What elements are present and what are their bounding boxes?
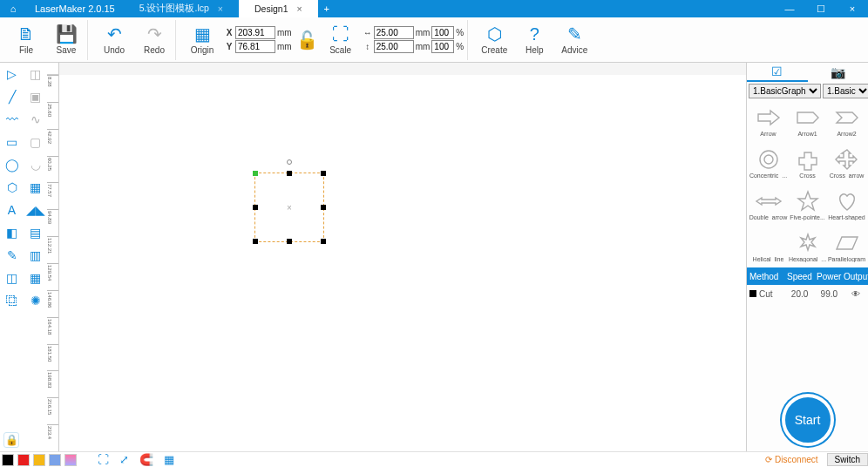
align-tool[interactable]: ▤ xyxy=(24,221,47,244)
close-icon[interactable]: × xyxy=(218,3,223,14)
width-input[interactable] xyxy=(374,26,414,39)
unlock-icon: 🔓 xyxy=(296,31,318,49)
advice-icon: ✎ xyxy=(567,25,582,43)
line-tool[interactable]: ╱ xyxy=(0,85,24,108)
shapes-tab[interactable]: ☑ xyxy=(747,63,808,82)
select-tool[interactable]: ▷ xyxy=(0,63,24,85)
file-button[interactable]: 🗎File xyxy=(9,21,44,59)
subcategory-select[interactable]: 1.Basic xyxy=(823,84,868,98)
swatch-red[interactable] xyxy=(17,454,30,466)
polygon-tool[interactable]: ⬡ xyxy=(0,176,24,199)
height-pct-input[interactable] xyxy=(431,40,454,53)
shape-double-arrow[interactable]: Double_arrow xyxy=(749,184,788,226)
pencil-tool[interactable]: ✎ xyxy=(0,244,24,267)
grid-tool[interactable]: ▦ xyxy=(24,176,47,199)
save-button[interactable]: 💾Save xyxy=(49,21,84,59)
rotate-handle[interactable] xyxy=(287,159,292,165)
x-input[interactable] xyxy=(235,26,275,39)
curve-tool[interactable]: ∿ xyxy=(24,108,47,131)
shape-arrow2[interactable]: Arrow2 xyxy=(827,100,866,142)
swatch-gradient[interactable] xyxy=(64,454,77,466)
selection-rect[interactable]: × xyxy=(254,173,324,242)
arrange-tool[interactable]: ▦ xyxy=(24,267,47,289)
redo-button[interactable]: ↷Redo xyxy=(137,21,172,59)
handle-tr[interactable] xyxy=(321,171,326,176)
tab-file-1[interactable]: 5.设计图模板.lcp × xyxy=(124,0,239,17)
advice-button[interactable]: ✎Advice xyxy=(557,21,592,59)
tab-file-2[interactable]: Design1 × xyxy=(239,0,318,17)
file-icon: 🗎 xyxy=(17,25,35,43)
distribute-tool[interactable]: ▥ xyxy=(24,244,47,267)
canvas-area: 9.6026.9244.2461.5778.8996.21113.53130.8… xyxy=(47,63,746,451)
crop-tool[interactable]: ⿻ xyxy=(0,289,24,312)
layer-row[interactable]: Cut 20.0 99.0 👁 xyxy=(747,285,868,302)
shape-cross[interactable]: Cross xyxy=(788,142,827,184)
help-button[interactable]: ?Help xyxy=(517,21,552,59)
origin-button[interactable]: ▦Origin xyxy=(185,21,220,59)
handle-mr[interactable] xyxy=(321,205,326,210)
swatch-blue[interactable] xyxy=(49,454,61,466)
handle-bl[interactable] xyxy=(253,239,258,244)
ruler-corner xyxy=(47,63,59,75)
start-button[interactable]: Start xyxy=(782,394,834,446)
height-input[interactable] xyxy=(374,40,414,53)
close-icon[interactable]: × xyxy=(297,3,302,14)
text-tool[interactable]: A xyxy=(0,199,24,221)
visibility-icon[interactable]: 👁 xyxy=(844,289,868,299)
eraser-tool[interactable]: ◧ xyxy=(0,221,24,244)
crop-icon[interactable]: ⛶ xyxy=(98,453,109,466)
arc-tool[interactable]: ◡ xyxy=(24,153,47,176)
shape-heart-shaped[interactable]: Heart-shaped xyxy=(827,184,866,226)
mirror-tool[interactable]: ◢◣ xyxy=(24,199,47,221)
add-tab-icon[interactable]: + xyxy=(318,3,336,14)
measure-tool[interactable]: ◫ xyxy=(0,267,24,289)
shape-arrow[interactable]: Arrow xyxy=(749,100,788,142)
layer-header: Method Speed Power Output xyxy=(747,267,868,285)
lock-panel-icon[interactable]: 🔒 xyxy=(3,432,19,448)
handle-tm[interactable] xyxy=(287,171,292,176)
shape-parallelogram[interactable]: Parallelogram xyxy=(827,226,866,267)
width-pct-input[interactable] xyxy=(431,26,454,39)
y-input[interactable] xyxy=(235,40,275,53)
lock-button[interactable]: 🔓 xyxy=(297,21,318,59)
minimize-icon[interactable]: — xyxy=(774,3,805,15)
polyline-tool[interactable]: 〰 xyxy=(0,108,24,131)
handle-bm[interactable] xyxy=(287,239,292,244)
handle-tl[interactable] xyxy=(253,171,258,176)
create-button[interactable]: ⬡Create xyxy=(477,21,512,59)
burst-icon[interactable]: ✺ xyxy=(24,289,47,312)
shape-cross-arrow[interactable]: Cross_arrow xyxy=(827,142,866,184)
snap-icon[interactable]: 🧲 xyxy=(139,453,153,466)
x-label: X xyxy=(225,28,234,37)
handle-br[interactable] xyxy=(321,239,326,244)
shape-concentric-[interactable]: Concentric_... xyxy=(749,142,788,184)
canvas[interactable]: × xyxy=(59,75,746,451)
ellipse-tool[interactable]: ◯ xyxy=(0,153,24,176)
maximize-icon[interactable]: ☐ xyxy=(805,3,837,15)
camera-tab[interactable]: 📷 xyxy=(808,63,869,82)
disconnect-button[interactable]: ⟳ Disconnect xyxy=(756,455,826,464)
category-select[interactable]: 1.BasicGraph xyxy=(749,84,821,98)
layers-icon[interactable]: ▣ xyxy=(24,85,47,108)
redo-icon: ↷ xyxy=(147,25,162,43)
swatch-orange[interactable] xyxy=(33,454,45,466)
home-icon[interactable]: ⌂ xyxy=(0,3,26,14)
grid-icon[interactable]: ▦ xyxy=(164,453,174,466)
handle-ml[interactable] xyxy=(253,205,258,210)
status-bar: ⛶ ⤢ 🧲 ▦ ⟳ Disconnect Switch xyxy=(0,451,868,467)
panel-tabs: ☑ 📷 xyxy=(747,63,868,82)
switch-button[interactable]: Switch xyxy=(827,453,868,466)
shape-helical-line[interactable]: Helical_line xyxy=(749,226,788,267)
marquee-tool[interactable]: ◫ xyxy=(24,63,47,85)
scale-button[interactable]: ⛶Scale xyxy=(323,21,358,59)
round-rect-tool[interactable]: ▢ xyxy=(24,131,47,153)
swatch-black[interactable] xyxy=(2,454,14,466)
undo-button[interactable]: ↶Undo xyxy=(97,21,132,59)
shape-hexagonal-[interactable]: Hexagonal_... xyxy=(788,226,827,267)
zoom-fit-icon[interactable]: ⤢ xyxy=(119,453,129,466)
shape-five-pointe-[interactable]: Five-pointe... xyxy=(788,184,827,226)
shape-arrow1[interactable]: Arrow1 xyxy=(788,100,827,142)
right-panel: ☑ 📷 1.BasicGraph 1.Basic 🔍 ArrowArrow1Ar… xyxy=(746,63,868,451)
close-window-icon[interactable]: × xyxy=(837,3,868,15)
rect-tool[interactable]: ▭ xyxy=(0,131,24,153)
